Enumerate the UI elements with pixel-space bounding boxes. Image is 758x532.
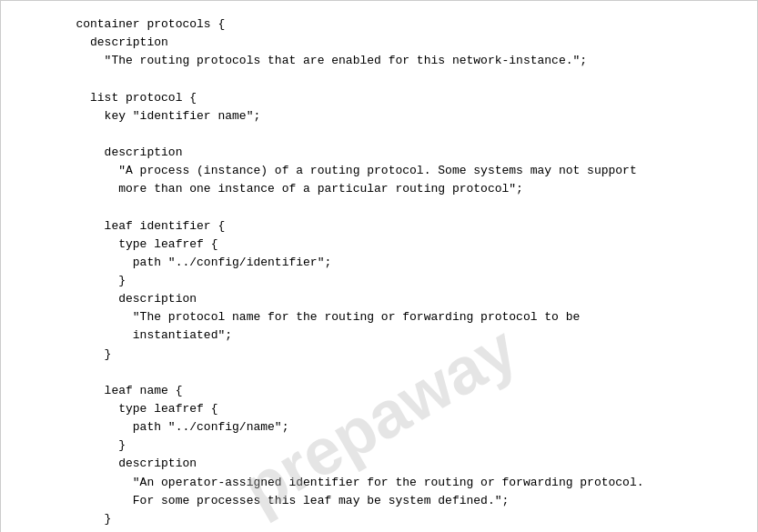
code-content: container protocols { description "The r… <box>19 15 739 532</box>
code-window: prepaway container protocols { descripti… <box>0 0 758 532</box>
